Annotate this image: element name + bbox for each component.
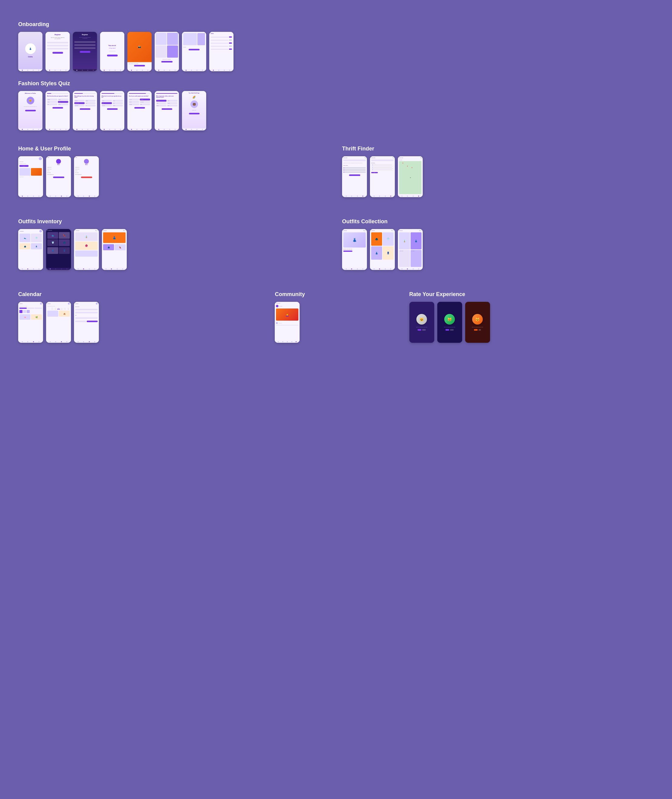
tf-screen-3: Thrift Store 🔍 Store Name 📍 📍 📍 🗺 bbox=[398, 156, 423, 197]
home-profile-section: Home & User Profile ≡ User Name Personal… bbox=[18, 136, 330, 203]
onboarding-title: Onboarding bbox=[18, 21, 654, 27]
tf-screen-2: Thrift Store 🔍 Quick stores 1 bbox=[370, 156, 395, 197]
outfits-collection-title: Outfits Collection bbox=[342, 218, 654, 225]
calendar-title: Calendar bbox=[18, 291, 262, 298]
fq-screen-7: Your Ideal Outfit Type 🌈 🐻 Casual Chic bbox=[182, 91, 206, 130]
oi-screen-1: ≡ Wardrobe 👟 👕 🧥 👗 bbox=[18, 229, 43, 270]
bottom-sections: Calendar Calendar Wardrobe Plan for the … bbox=[18, 282, 654, 349]
oi-screen-2: My Wardrobe 👟 👠 👕 🧥 👗 👖 bbox=[46, 229, 71, 270]
outfits-row: Outfits Inventory ≡ Wardrobe 👟 👕 🧥 👗 bbox=[18, 209, 654, 276]
ob-screen-4: You are in! Let's get started Onboarding… bbox=[100, 32, 124, 71]
oc-screen-1: Collection 🔍 ⊞ 👗 Generate your new outfi… bbox=[342, 229, 367, 270]
oc-screen-3: Collection 🔍 ⊞ 👔 👗 Winter Name Party Nam… bbox=[398, 229, 423, 270]
home-profile-row: ≡ User Name Personalize how Clotha... Ta… bbox=[18, 156, 330, 197]
hp-screen-3: Profile Name Height: 000 cm Weight: 000 … bbox=[74, 156, 99, 197]
re-screen-3: 😼 Rate your experience with Clotha bbox=[465, 302, 490, 343]
oi-screen-3: ≡ Wardrobe 🔍 ⊞ 👔 🧶 bbox=[74, 229, 99, 270]
onboarding-section: Onboarding 👗 Clotha Register Sign Up and… bbox=[18, 21, 654, 71]
thrift-finder-row: Thrift Store 🔍 Please enter your address… bbox=[342, 156, 654, 197]
fq-screen-1: Welcome to Clotha 🐱 Personalize how Clot… bbox=[18, 91, 42, 130]
calendar-row: Calendar Wardrobe Plan for the Month bbox=[18, 302, 262, 343]
ob-screen-6: Wardrobes look best the... bbox=[155, 32, 179, 71]
thrift-finder-section: Thrift Finder Thrift Store 🔍 Please ente… bbox=[342, 136, 654, 203]
fashion-quiz-title: Fashion Styles Quiz bbox=[18, 80, 654, 87]
ca-screen-2: Calendar Wardrobe Plan for the Month S M… bbox=[46, 302, 71, 343]
ca-screen-1: Calendar Wardrobe Plan for the Month bbox=[18, 302, 43, 343]
ob-screen-2: Register Sign Up and let's begin upgradi… bbox=[45, 32, 70, 71]
rate-title: Rate Your Experience bbox=[410, 291, 654, 298]
oi-screen-4: Collection 🔍 ⊞ 👗 🧥 👠 bbox=[102, 229, 127, 270]
hp-screen-1: ≡ User Name Personalize how Clotha... Ta… bbox=[18, 156, 43, 197]
cm-screen-1: Community User Name 👩‍🦰 Clotha User bbox=[275, 302, 299, 343]
ob-screen-3: Register Sign Up and let's begin upgradi… bbox=[73, 32, 97, 71]
fashion-quiz-section: Fashion Styles Quiz Welcome to Clotha 🐱 … bbox=[18, 80, 654, 130]
home-thrift-row: Home & User Profile ≡ User Name Personal… bbox=[18, 136, 654, 203]
outfits-inventory-section: Outfits Inventory ≡ Wardrobe 👟 👕 🧥 👗 bbox=[18, 209, 330, 276]
community-section: Community Community User Name 👩‍🦰 Clotha… bbox=[275, 282, 397, 349]
ca-screen-3: Calendar Date and Time Title bbox=[74, 302, 99, 343]
calendar-section: Calendar Calendar Wardrobe Plan for the … bbox=[18, 282, 262, 349]
outfits-inventory-title: Outfits Inventory bbox=[18, 218, 330, 225]
outfits-collection-row: Collection 🔍 ⊞ 👗 Generate your new outfi… bbox=[342, 229, 654, 270]
fq-screen-2: Which best describes your approach to fa… bbox=[45, 91, 70, 130]
oc-screen-2: Collection 🔍 ⊞ 🧥 👕 👗 👖 bbox=[370, 229, 395, 270]
outfits-inventory-row: ≡ Wardrobe 👟 👕 🧥 👗 bbox=[18, 229, 330, 270]
fq-screen-4: What kind of events do you typically dre… bbox=[100, 91, 124, 130]
thrift-finder-title: Thrift Finder bbox=[342, 146, 654, 152]
ob-screen-8: Ai Ana bbox=[209, 32, 234, 71]
hp-screen-2: Profile ⚙ Name Height: 000 cm Weight: 00… bbox=[46, 156, 71, 197]
outfits-collection-section: Outfits Collection Collection 🔍 ⊞ 👗 Gene… bbox=[342, 209, 654, 276]
ob-screen-1: 👗 Clotha bbox=[18, 32, 42, 71]
fashion-quiz-row: Welcome to Clotha 🐱 Personalize how Clot… bbox=[18, 91, 654, 130]
ob-screen-7: Upgrade bbox=[182, 32, 206, 71]
fq-screen-3: What challenges do you face when choosin… bbox=[73, 91, 97, 130]
community-row: Community User Name 👩‍🦰 Clotha User bbox=[275, 302, 397, 343]
fq-screen-5: How do you usually organize your wardrob… bbox=[127, 91, 152, 130]
re-screen-1: 😺 Rate your experience with Clotha bbox=[410, 302, 434, 343]
onboarding-row: 👗 Clotha Register Sign Up and let's begi… bbox=[18, 32, 654, 71]
rate-section: Rate Your Experience 😺 Rate your experie… bbox=[410, 282, 654, 349]
rate-row: 😺 Rate your experience with Clotha 😸 Rat… bbox=[410, 302, 654, 343]
re-screen-2: 😸 Rate your experience with Clotha bbox=[437, 302, 462, 343]
tf-screen-1: Thrift Store 🔍 Please enter your address… bbox=[342, 156, 367, 197]
home-profile-title: Home & User Profile bbox=[18, 146, 330, 152]
ob-screen-5: 📸 Take a photo of your clothing bbox=[127, 32, 152, 71]
fq-screen-6: When shopping for clothes, what's most i… bbox=[155, 91, 179, 130]
community-title: Community bbox=[275, 291, 397, 298]
